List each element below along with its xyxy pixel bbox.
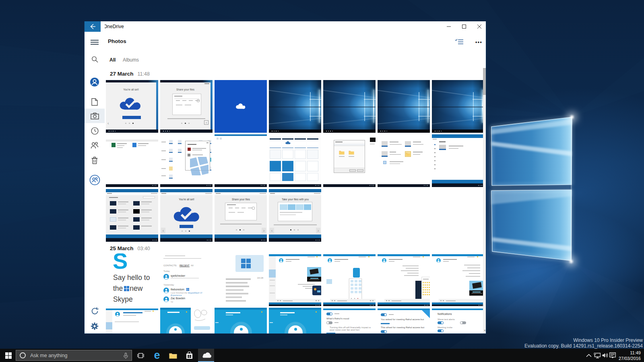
svg-text:e: e (154, 350, 160, 361)
